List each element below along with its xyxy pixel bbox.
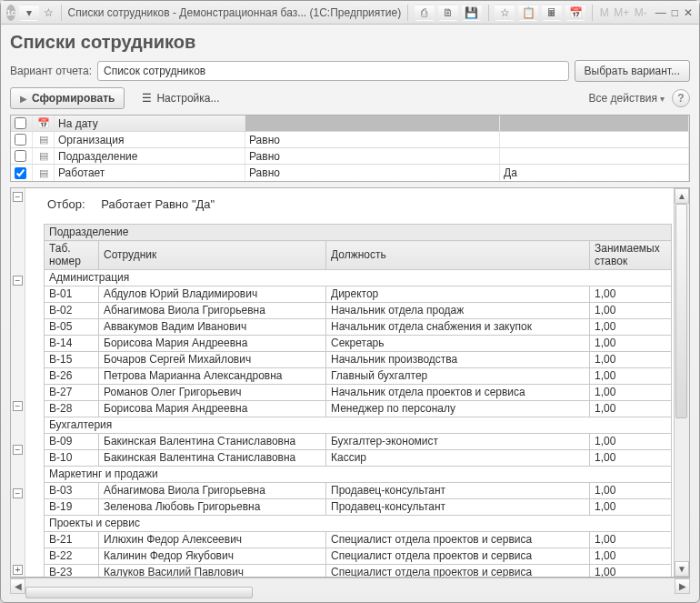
preview-icon[interactable]: 🗎 — [438, 5, 458, 21]
outline-gutter[interactable]: − − − − − + — [11, 188, 25, 577]
toolbar: ▶ Сформировать ☰ Настройка... Все действ… — [10, 87, 690, 109]
memory-m-icon[interactable]: M — [599, 5, 610, 21]
close-button[interactable]: ✕ — [684, 5, 694, 21]
cell-rate: 1,00 — [590, 368, 672, 385]
cell-tab: В-09 — [45, 434, 99, 450]
all-actions-dropdown[interactable]: Все действия ▾ — [589, 92, 665, 105]
employee-row[interactable]: В-22Калинин Федор ЯкубовичСпециалист отд… — [45, 548, 672, 565]
window-title: Списки сотрудников - Демонстрационная ба… — [68, 6, 402, 19]
scroll-down-icon[interactable]: ▼ — [675, 561, 689, 577]
cell-position: Специалист отдела проектов и сервиса — [326, 565, 590, 578]
filter-header-empty — [500, 116, 689, 131]
calendar-icon[interactable]: 📅 — [565, 5, 585, 21]
scroll-thumb[interactable] — [25, 587, 253, 598]
cell-rate: 1,00 — [590, 352, 672, 368]
collapse-icon[interactable]: − — [13, 445, 23, 455]
department-name: Маркетинг и продажи — [45, 467, 672, 483]
calculator-icon[interactable]: 🖩 — [542, 5, 562, 21]
filter-header-checkbox-cell[interactable] — [11, 116, 33, 131]
employee-row[interactable]: В-02Абнагимова Виола ГригорьевнаНачальни… — [45, 303, 672, 319]
choose-variant-label: Выбрать вариант... — [585, 65, 680, 77]
col-employee[interactable]: Сотрудник — [99, 241, 326, 270]
col-tab[interactable]: Таб. номер — [45, 241, 99, 270]
col-rate[interactable]: Занимаемых ставок — [590, 241, 672, 270]
cell-employee: Бакинская Валентина Станиславовна — [99, 450, 326, 467]
report-panel: − − − − − + Отбор: Работает Равно "Да" П… — [10, 187, 690, 578]
vertical-scrollbar[interactable]: ▲ ▼ — [674, 188, 689, 577]
cell-position: Продавец-консультант — [326, 483, 590, 499]
separator — [488, 5, 489, 21]
favorite-icon[interactable]: ☆ — [495, 5, 515, 21]
scroll-up-icon[interactable]: ▲ — [675, 188, 689, 204]
choose-variant-button[interactable]: Выбрать вариант... — [575, 60, 690, 82]
filter-checkbox[interactable] — [11, 148, 33, 164]
generate-button[interactable]: ▶ Сформировать — [10, 87, 125, 109]
scroll-thumb[interactable] — [675, 204, 687, 418]
cell-position: Начальник отдела продаж — [326, 303, 590, 319]
collapse-icon[interactable]: − — [13, 401, 23, 411]
scroll-track[interactable] — [675, 204, 689, 561]
cell-rate: 1,00 — [590, 548, 672, 565]
variant-input[interactable]: Список сотрудников — [97, 61, 569, 81]
play-icon: ▶ — [20, 94, 27, 104]
star-icon[interactable]: ☆ — [43, 5, 55, 21]
maximize-button[interactable]: □ — [670, 5, 680, 21]
filter-value — [500, 148, 689, 164]
employee-row[interactable]: В-26Петрова Марианна АлександровнаГлавны… — [45, 368, 672, 385]
employee-row[interactable]: В-23Калуков Василий ПавловичСпециалист о… — [45, 565, 672, 578]
employee-row[interactable]: В-05Аввакумов Вадим ИвановичНачальник от… — [45, 319, 672, 336]
department-row[interactable]: Маркетинг и продажи — [45, 467, 672, 483]
employee-row[interactable]: В-15Бочаров Сергей МихайловичНачальник п… — [45, 352, 672, 368]
separator — [407, 5, 408, 21]
col-position[interactable]: Должность — [326, 241, 590, 270]
clipboard-icon[interactable]: 📋 — [518, 5, 538, 21]
selection-row: Отбор: Работает Равно "Да" — [44, 188, 672, 224]
employee-row[interactable]: В-14Борисова Мария АндреевнаСекретарь1,0… — [45, 336, 672, 352]
collapse-icon[interactable]: − — [13, 488, 23, 498]
all-actions-label: Все действия — [589, 92, 657, 105]
cell-position: Продавец-консультант — [326, 499, 590, 516]
filter-checkbox[interactable] — [11, 165, 33, 181]
cell-tab: В-19 — [45, 499, 99, 516]
filter-checkbox[interactable] — [11, 132, 33, 147]
group-header-row: Подразделение — [45, 225, 672, 241]
scroll-left-icon[interactable]: ◀ — [10, 578, 25, 594]
generate-label: Сформировать — [32, 92, 115, 105]
expand-icon[interactable]: + — [13, 565, 23, 575]
employee-row[interactable]: В-10Бакинская Валентина СтаниславовнаКас… — [45, 450, 672, 467]
dropdown-icon[interactable]: ▾ — [19, 5, 39, 21]
cell-position: Начальник отдела проектов и сервиса — [326, 385, 590, 401]
cell-tab: В-21 — [45, 532, 99, 548]
minimize-button[interactable]: — — [655, 5, 666, 21]
scroll-right-icon[interactable]: ▶ — [675, 578, 690, 594]
cell-tab: В-28 — [45, 401, 99, 417]
employee-row[interactable]: В-21Илюхин Федор АлексеевичСпециалист от… — [45, 532, 672, 548]
collapse-icon[interactable]: − — [13, 192, 23, 202]
cell-employee: Зеленова Любовь Григорьевна — [99, 499, 326, 516]
filter-field-name: Подразделение — [55, 148, 245, 164]
employee-row[interactable]: В-27Романов Олег ГригорьевичНачальник от… — [45, 385, 672, 401]
report-table: Подразделение Таб. номер Сотрудник Должн… — [44, 224, 672, 577]
report-body[interactable]: Отбор: Работает Равно "Да" Подразделение… — [25, 188, 674, 577]
memory-mplus-icon[interactable]: M+ — [614, 5, 630, 21]
department-row[interactable]: Бухгалтерия — [45, 417, 672, 434]
filter-row[interactable]: ▤ПодразделениеРавно — [11, 148, 689, 165]
help-button[interactable]: ? — [672, 89, 690, 107]
print-icon[interactable]: ⎙ — [415, 5, 435, 21]
filter-condition: Равно — [245, 148, 500, 164]
settings-button[interactable]: ☰ Настройка... — [132, 87, 229, 109]
department-row[interactable]: Проекты и сервис — [45, 516, 672, 532]
employee-row[interactable]: В-28Борисова Мария АндреевнаМенеджер по … — [45, 401, 672, 417]
employee-row[interactable]: В-19Зеленова Любовь ГригорьевнаПродавец-… — [45, 499, 672, 516]
memory-mminus-icon[interactable]: M- — [634, 5, 648, 21]
save-icon[interactable]: 💾 — [462, 5, 482, 21]
horizontal-scrollbar[interactable]: ◀ ▶ — [10, 578, 690, 593]
employee-row[interactable]: В-01Абдулов Юрий ВладимировичДиректор1,0… — [45, 286, 672, 303]
collapse-icon[interactable]: − — [13, 276, 23, 286]
cell-employee: Абнагимова Виола Григорьевна — [99, 483, 326, 499]
employee-row[interactable]: В-03Абнагимова Виола ГригорьевнаПродавец… — [45, 483, 672, 499]
department-row[interactable]: Администрация — [45, 270, 672, 286]
employee-row[interactable]: В-09Бакинская Валентина СтаниславовнаБух… — [45, 434, 672, 450]
filter-row[interactable]: ▤ОрганизацияРавно — [11, 132, 689, 148]
filter-row[interactable]: ▤РаботаетРавноДа — [11, 165, 689, 181]
